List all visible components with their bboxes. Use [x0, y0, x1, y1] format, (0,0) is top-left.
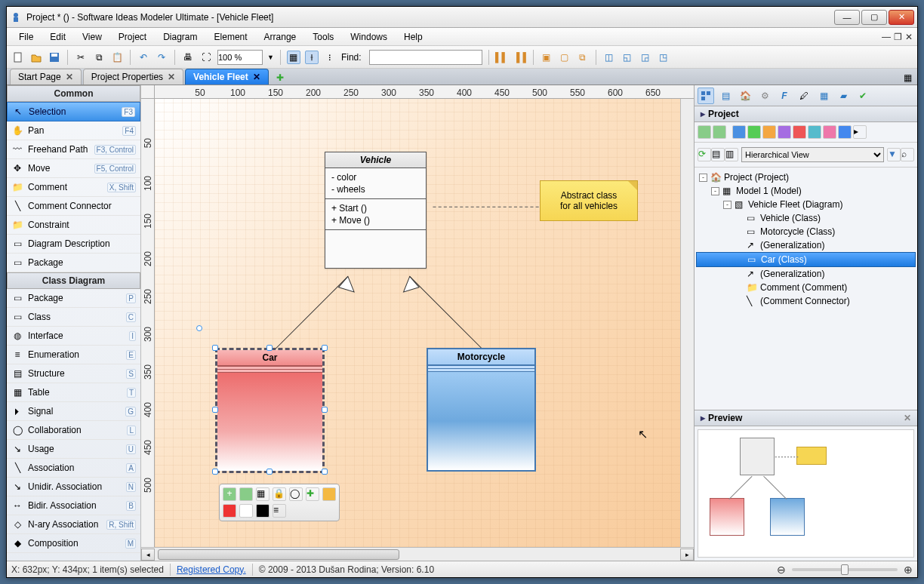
- rp-tab-8[interactable]: ▰: [835, 88, 852, 104]
- ctx-color-black[interactable]: [256, 504, 270, 518]
- align-left-button[interactable]: ▌▌: [495, 51, 509, 64]
- tool-comment-connector[interactable]: ╲Comment Connector: [7, 197, 140, 216]
- tool-package[interactable]: ▭Package: [7, 254, 140, 272]
- view-mode-combo[interactable]: Hierarchical View: [741, 147, 884, 162]
- ctx-folder-icon[interactable]: [322, 487, 336, 501]
- tree-node[interactable]: ▭Vehicle (Class): [696, 211, 916, 225]
- ctx-color-white[interactable]: [239, 504, 253, 518]
- tree-toggle[interactable]: -: [699, 174, 707, 182]
- snap-toggle[interactable]: ⫲: [305, 51, 319, 64]
- project-tree[interactable]: -🏠Project (Project)-▦Model 1 (Model)-▧Ve…: [695, 168, 917, 410]
- tree-node[interactable]: -▦Model 1 (Model): [696, 184, 916, 198]
- tool-structure[interactable]: ▤StructureS: [7, 364, 140, 383]
- menu-windows[interactable]: Windows: [343, 29, 395, 45]
- tree-toggle[interactable]: -: [711, 187, 719, 195]
- preview-canvas[interactable]: [698, 429, 914, 558]
- align-right-button[interactable]: ▐▐: [513, 51, 527, 64]
- proj-tb-red[interactable]: [793, 125, 806, 139]
- scrollbar-vertical[interactable]: [680, 99, 694, 547]
- tool-pan[interactable]: ✋PanF4: [7, 121, 140, 140]
- find-input[interactable]: [369, 50, 482, 65]
- tool-diagram-description[interactable]: ▭Diagram Description: [7, 235, 140, 254]
- tree-btn-2[interactable]: ▥: [725, 148, 738, 161]
- tab-options-button[interactable]: ▦: [901, 71, 914, 85]
- guides-toggle[interactable]: ⫶: [323, 51, 337, 64]
- tree-node[interactable]: ↗(Generalization): [696, 238, 916, 252]
- tree-node[interactable]: -🏠Project (Project): [696, 171, 916, 184]
- minimize-button[interactable]: —: [834, 10, 860, 25]
- resize-handle[interactable]: [266, 345, 273, 351]
- zoom-in-icon[interactable]: ⊕: [904, 564, 913, 576]
- rp-tab-7[interactable]: ▦: [815, 88, 832, 104]
- tree-node[interactable]: ▭Motorcycle (Class): [696, 225, 916, 238]
- rp-tab-3[interactable]: 🏠: [737, 88, 753, 104]
- close-button[interactable]: ✕: [889, 10, 914, 25]
- menu-element[interactable]: Element: [207, 29, 255, 45]
- group-button[interactable]: ⧉: [576, 51, 590, 64]
- tool-comment[interactable]: 📁CommentX, Shift: [7, 178, 140, 197]
- find-tree-icon[interactable]: ⌕: [901, 148, 914, 161]
- resize-handle[interactable]: [322, 469, 328, 475]
- tree-node[interactable]: -▧Vehicle Fleet (Diagram): [696, 198, 916, 211]
- tool-collaboration[interactable]: ◯CollaborationL: [7, 421, 140, 440]
- resize-handle[interactable]: [212, 345, 218, 351]
- tool-unidir-association[interactable]: ↘Unidir. AssociationN: [7, 478, 140, 496]
- tool-usage[interactable]: ↘UsageU: [7, 440, 140, 459]
- layout-3-button[interactable]: ◲: [639, 51, 652, 64]
- proj-tb-blue[interactable]: [732, 125, 746, 139]
- zoom-fit-button[interactable]: ⛶: [199, 51, 213, 64]
- maximize-button[interactable]: ▢: [861, 10, 887, 25]
- resize-handle[interactable]: [322, 345, 328, 351]
- tab-vehicle-fleet[interactable]: Vehicle Fleet✕: [185, 69, 269, 85]
- scrollbar-horizontal[interactable]: ◂ ▸: [141, 547, 694, 561]
- zoom-out-icon[interactable]: ⊖: [777, 564, 786, 576]
- tool-interface[interactable]: ◍InterfaceI: [7, 327, 140, 346]
- proj-tb-2[interactable]: [713, 125, 726, 139]
- tool-n-ary-association[interactable]: ◇N-ary AssociationR, Shift: [7, 515, 140, 534]
- layout-4-button[interactable]: ◳: [657, 51, 670, 64]
- tool-package[interactable]: ▭PackageP: [7, 289, 140, 308]
- cut-button[interactable]: ✂: [74, 51, 88, 64]
- tab-start-page[interactable]: Start Page✕: [10, 69, 82, 85]
- print-button[interactable]: 🖶: [181, 51, 195, 64]
- close-icon[interactable]: ✕: [168, 72, 175, 82]
- tool-table[interactable]: ▦TableT: [7, 383, 140, 402]
- redo-button[interactable]: ↷: [155, 51, 168, 64]
- menu-arrange[interactable]: Arrange: [257, 29, 304, 45]
- uml-class-motorcycle[interactable]: Motorcycle: [427, 348, 536, 472]
- rp-tab-2[interactable]: ▤: [717, 88, 734, 104]
- new-button[interactable]: [11, 51, 25, 64]
- grid-toggle[interactable]: ▦: [287, 51, 300, 64]
- bring-front-button[interactable]: ▣: [540, 51, 553, 64]
- ctx-color-red[interactable]: [223, 504, 236, 518]
- send-back-button[interactable]: ▢: [558, 51, 571, 64]
- menu-diagram[interactable]: Diagram: [156, 29, 205, 45]
- menu-tools[interactable]: Tools: [305, 29, 341, 45]
- undo-button[interactable]: ↶: [137, 51, 150, 64]
- rp-tab-5[interactable]: F: [776, 88, 793, 104]
- tool-selection[interactable]: ↖SelectionF3: [7, 102, 140, 121]
- tool-class[interactable]: ▭ClassC: [7, 308, 140, 327]
- mdi-close[interactable]: ✕: [905, 32, 913, 42]
- layout-2-button[interactable]: ◱: [621, 51, 634, 64]
- proj-tb-green[interactable]: [747, 125, 761, 139]
- tool-enumeration[interactable]: ≡EnumerationE: [7, 346, 140, 364]
- refresh-icon[interactable]: ⟳: [698, 148, 711, 161]
- rp-tab-4[interactable]: ⚙: [756, 88, 773, 104]
- save-button[interactable]: [48, 51, 61, 64]
- menu-help[interactable]: Help: [396, 29, 430, 45]
- menu-view[interactable]: View: [75, 29, 109, 45]
- project-tab-icon[interactable]: [698, 88, 714, 104]
- proj-tb-1[interactable]: [698, 125, 711, 139]
- resize-handle[interactable]: [212, 407, 218, 413]
- ctx-plus-icon[interactable]: ✚: [306, 487, 319, 501]
- ctx-add2-icon[interactable]: [239, 487, 253, 501]
- tree-node[interactable]: ▭Car (Class): [696, 252, 916, 267]
- tree-toggle[interactable]: -: [723, 201, 732, 209]
- status-registered-link[interactable]: Registered Copy.: [177, 564, 246, 575]
- mdi-minimize[interactable]: —: [882, 32, 891, 42]
- tool-move[interactable]: ✥MoveF5, Control: [7, 159, 140, 178]
- ctx-circle-icon[interactable]: ◯: [289, 487, 303, 501]
- tool-bidir-association[interactable]: ↔Bidir. AssociationB: [7, 496, 140, 515]
- proj-tb-more[interactable]: ▸: [853, 125, 867, 139]
